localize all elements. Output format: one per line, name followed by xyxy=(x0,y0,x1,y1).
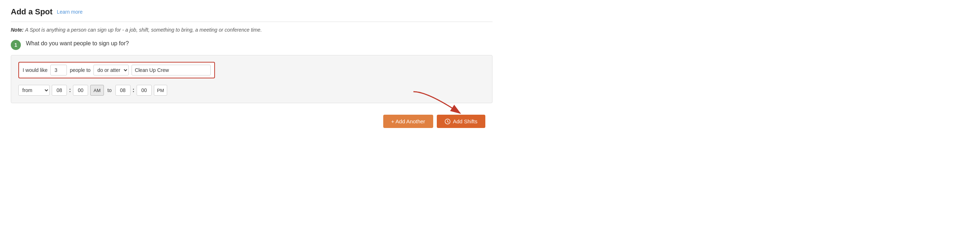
to-hour-input[interactable] xyxy=(115,85,130,96)
spot-row-top-inner: I would like people to do or atter bring… xyxy=(18,62,215,78)
note-bold: Note: xyxy=(11,27,24,33)
spot-name-input[interactable] xyxy=(132,65,211,76)
to-label: to xyxy=(108,87,112,93)
to-minute-input[interactable] xyxy=(137,85,152,96)
from-select[interactable]: from any time xyxy=(18,85,49,96)
i-would-like-label: I would like xyxy=(23,67,48,73)
note-body: A Spot is anything a person can sign up … xyxy=(25,27,262,33)
page-header: Add a Spot Learn more xyxy=(11,7,493,22)
step-1-row: 1 What do you want people to sign up for… xyxy=(11,39,493,50)
to-colon: : xyxy=(133,87,134,94)
from-hour-input[interactable] xyxy=(52,85,67,96)
people-count-input[interactable] xyxy=(50,65,67,76)
learn-more-link[interactable]: Learn more xyxy=(57,9,83,15)
activity-select[interactable]: do or atter bring attend xyxy=(94,65,129,76)
from-colon: : xyxy=(69,87,71,94)
time-row: from any time : AM to : PM xyxy=(18,85,485,96)
from-am-button[interactable]: AM xyxy=(90,85,104,96)
add-another-button[interactable]: + Add Another xyxy=(383,115,433,128)
add-shifts-label: Add Shifts xyxy=(453,118,477,124)
people-to-label: people to xyxy=(70,67,91,73)
step-1-question: What do you want people to sign up for? xyxy=(26,39,129,47)
spot-card: I would like people to do or atter bring… xyxy=(11,55,493,103)
add-shifts-button[interactable]: Add Shifts xyxy=(437,115,485,128)
to-pm-button[interactable]: PM xyxy=(154,85,167,96)
page-title: Add a Spot xyxy=(11,7,52,16)
clock-icon xyxy=(445,119,450,124)
step-1-badge: 1 xyxy=(11,40,21,50)
bottom-action-bar: + Add Another Add Shifts xyxy=(11,109,493,133)
spot-row-top: I would like people to do or atter bring… xyxy=(18,62,485,78)
note-section: Note: A Spot is anything a person can si… xyxy=(11,27,493,33)
from-minute-input[interactable] xyxy=(73,85,88,96)
